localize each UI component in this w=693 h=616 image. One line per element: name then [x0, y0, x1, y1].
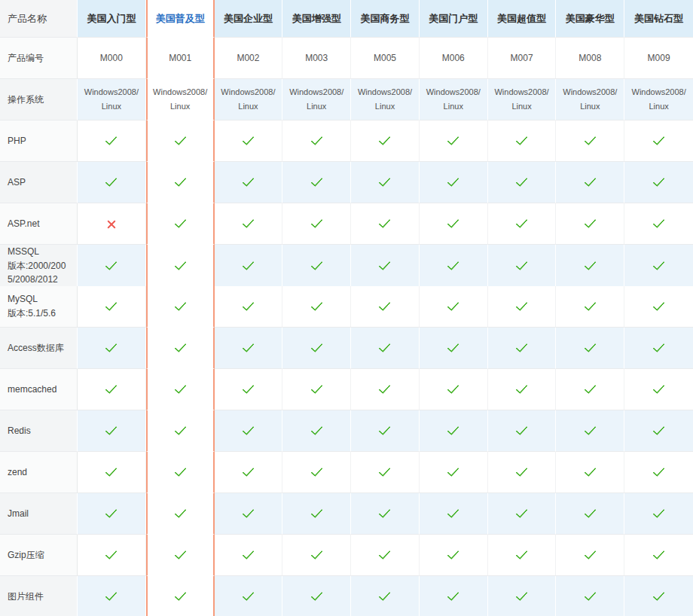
- check-icon: [516, 216, 528, 228]
- column-header-m008[interactable]: 美国豪华型: [556, 0, 624, 38]
- column-header-m009[interactable]: 美国钻石型: [624, 0, 693, 38]
- feature-cell: [351, 162, 420, 203]
- check-icon: [379, 465, 391, 477]
- check-icon: [584, 506, 596, 518]
- row-label: 操作系统: [0, 79, 78, 120]
- feature-cell: [624, 452, 693, 493]
- row-label: zend: [0, 452, 78, 493]
- check-icon: [174, 547, 186, 560]
- check-icon: [310, 299, 322, 311]
- check-icon: [653, 589, 665, 601]
- check-icon: [584, 216, 596, 228]
- check-icon: [379, 547, 391, 560]
- feature-cell: [488, 493, 557, 535]
- check-icon: [174, 258, 186, 270]
- feature-cell: [420, 452, 488, 493]
- feature-cell: [215, 120, 283, 162]
- feature-label: zend: [8, 465, 32, 480]
- check-icon: [174, 299, 186, 311]
- check-icon: [584, 382, 596, 394]
- column-header-m006[interactable]: 美国门户型: [420, 0, 488, 38]
- check-icon: [516, 299, 528, 311]
- feature-row: Redis: [0, 410, 693, 452]
- check-icon: [105, 589, 118, 601]
- feature-cell: [420, 369, 488, 410]
- feature-row: 图片组件: [0, 576, 693, 616]
- feature-cell: [624, 328, 693, 369]
- row-label: Access数据库: [0, 328, 78, 369]
- feature-cell: [282, 369, 351, 410]
- check-icon: [447, 340, 459, 352]
- feature-cell: [556, 286, 624, 328]
- feature-label: Jmail: [8, 507, 33, 521]
- check-icon: [516, 506, 528, 518]
- check-icon: [379, 216, 391, 228]
- row-label: PHP: [0, 120, 78, 162]
- feature-cell: [78, 245, 146, 288]
- feature-cell: [488, 203, 557, 245]
- feature-cell: [624, 245, 693, 288]
- feature-label: ASP: [8, 175, 30, 190]
- feature-row: Access数据库: [0, 328, 693, 369]
- column-header-m001[interactable]: 美国普及型: [146, 0, 215, 38]
- check-icon: [174, 133, 186, 145]
- check-icon: [447, 465, 459, 477]
- column-header-m003[interactable]: 美国增强型: [282, 0, 351, 38]
- feature-cell: [78, 535, 146, 576]
- feature-cell: [282, 286, 351, 328]
- column-header-m002[interactable]: 美国企业型: [215, 0, 283, 38]
- feature-row: ASP.net: [0, 203, 693, 245]
- feature-cell: [215, 369, 283, 410]
- row-label: Jmail: [0, 493, 78, 535]
- os-cell: Windows2008/Linux: [488, 79, 557, 120]
- feature-label: Gzip压缩: [8, 548, 49, 563]
- check-icon: [516, 133, 528, 145]
- feature-cell: [78, 369, 146, 410]
- feature-cell: [351, 286, 420, 328]
- check-icon: [447, 547, 459, 560]
- check-icon: [310, 216, 322, 228]
- check-icon: [447, 589, 459, 601]
- feature-cell: [420, 535, 488, 576]
- feature-cell: [556, 576, 624, 616]
- feature-cell: [420, 203, 488, 245]
- check-icon: [379, 258, 391, 270]
- feature-cell: [624, 162, 693, 203]
- check-icon: [242, 589, 254, 601]
- feature-cell: [78, 452, 146, 493]
- check-icon: [584, 465, 596, 477]
- row-label: Redis: [0, 410, 78, 452]
- check-icon: [447, 175, 459, 187]
- check-icon: [310, 547, 322, 560]
- feature-cell: [146, 410, 215, 452]
- check-icon: [584, 423, 596, 435]
- os-cell: Windows2008/Linux: [78, 79, 146, 120]
- check-icon: [174, 423, 186, 435]
- os-value: Windows2008/Linux: [632, 85, 686, 113]
- column-header-m007[interactable]: 美国超值型: [488, 0, 557, 38]
- check-icon: [447, 133, 459, 145]
- os-value: Windows2008/Linux: [289, 85, 343, 113]
- feature-cell: [488, 452, 557, 493]
- feature-cell: [488, 245, 557, 288]
- feature-cell: [351, 535, 420, 576]
- feature-cell: [282, 576, 351, 616]
- feature-cell: [556, 452, 624, 493]
- column-header-m000[interactable]: 美国入门型: [78, 0, 146, 38]
- os-cell: Windows2008/Linux: [146, 79, 215, 120]
- product-code-cell: M008: [556, 38, 624, 79]
- check-icon: [174, 340, 186, 352]
- feature-row: zend: [0, 452, 693, 493]
- column-header-m005[interactable]: 美国商务型: [351, 0, 420, 38]
- feature-cell: [556, 245, 624, 288]
- check-icon: [653, 382, 665, 394]
- feature-row: PHP: [0, 120, 693, 162]
- feature-cell: [624, 369, 693, 410]
- check-icon: [653, 216, 665, 228]
- feature-cell: [282, 493, 351, 535]
- check-icon: [379, 382, 391, 394]
- feature-cell: [488, 410, 557, 452]
- feature-row: MySQL版本:5.1/5.6: [0, 286, 693, 328]
- product-code-cell: M007: [488, 38, 557, 79]
- feature-cell: [351, 203, 420, 245]
